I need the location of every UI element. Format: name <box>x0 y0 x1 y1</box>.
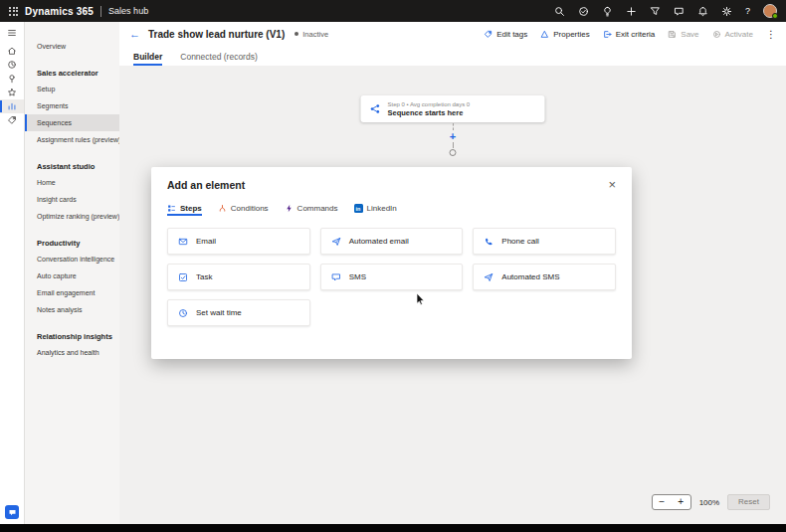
dialog-tabs: Steps Conditions Commands in LinkedI <box>167 204 616 216</box>
edit-tags-button[interactable]: Edit tags <box>484 30 527 39</box>
sidebar-item-overview[interactable]: Overview <box>25 38 119 55</box>
brand[interactable]: Dynamics 365 <box>25 6 94 17</box>
quick-create-plus-icon[interactable] <box>626 6 637 17</box>
sidebar-item-sequences[interactable]: Sequences <box>25 114 119 131</box>
close-icon[interactable]: × <box>608 179 616 190</box>
email-icon <box>178 237 188 247</box>
tab-conditions-label: Conditions <box>231 204 269 213</box>
overflow-menu-icon[interactable]: ⋮ <box>766 29 776 40</box>
status-badge: Inactive <box>302 30 328 39</box>
back-arrow-icon[interactable]: ← <box>129 28 140 40</box>
sidebar-item-analytics-and-health[interactable]: Analytics and health <box>25 344 119 361</box>
sidebar-item-segments[interactable]: Segments <box>25 97 119 114</box>
element-card-set-wait-time[interactable]: Set wait time <box>167 299 310 326</box>
zoom-in-button[interactable]: + <box>672 495 690 509</box>
element-card-task[interactable]: Task <box>167 264 310 290</box>
filter-icon[interactable] <box>650 6 661 17</box>
menu-icon[interactable] <box>0 26 24 40</box>
connector-line-top <box>453 123 454 130</box>
zoom-level: 100% <box>699 498 719 507</box>
home-icon[interactable] <box>0 44 24 58</box>
tab-linkedin[interactable]: in LinkedIn <box>354 204 397 216</box>
tag-icon <box>484 30 492 39</box>
add-step-plus-icon[interactable]: + <box>450 130 456 142</box>
page-title: Trade show lead nurture (V1) <box>148 29 285 40</box>
app-launcher-icon[interactable] <box>9 7 18 16</box>
connector-line-bottom <box>453 142 454 148</box>
linkedin-icon: in <box>354 204 363 213</box>
sidebar-item-notes-analysis[interactable]: Notes analysis <box>25 301 119 318</box>
element-card-automated-email[interactable]: Automated email <box>320 228 464 255</box>
element-card-label: Automated email <box>349 237 409 246</box>
properties-button[interactable]: Properties <box>540 30 589 39</box>
tags-icon[interactable] <box>0 113 24 127</box>
tab-steps[interactable]: Steps <box>167 204 202 216</box>
tab-commands-label: Commands <box>297 204 338 213</box>
properties-label: Properties <box>553 30 589 39</box>
recent-clock-icon[interactable] <box>0 58 24 72</box>
search-icon[interactable] <box>554 6 565 17</box>
sidebar-item-conversation-intelligence[interactable]: Conversation intelligence <box>25 251 119 267</box>
tab-connected-records[interactable]: Connected (records) <box>180 52 257 66</box>
main-area: ← Trade show lead nurture (V1) Inactive … <box>119 22 786 524</box>
node-meta: Step 0 • Avg completion days 0 <box>388 101 471 107</box>
avatar[interactable] <box>763 4 777 18</box>
check-circle-icon[interactable] <box>578 6 589 17</box>
tab-builder[interactable]: Builder <box>133 52 162 66</box>
topbar-right: ? <box>554 4 777 18</box>
element-card-automated-sms[interactable]: Automated SMS <box>473 264 616 290</box>
sidebar-item-auto-capture[interactable]: Auto capture <box>25 267 119 284</box>
sidebar-item-setup[interactable]: Setup <box>25 81 119 97</box>
sidebar-item-email-engagement[interactable]: Email engagement <box>25 284 119 301</box>
save-button[interactable]: Save <box>668 30 698 39</box>
app-name[interactable]: Sales hub <box>108 6 148 16</box>
sequence-node-icon <box>370 100 381 118</box>
activate-label: Activate <box>725 30 753 39</box>
tab-bar: Builder Connected (records) <box>119 46 786 66</box>
sms-icon <box>331 272 341 282</box>
zoom-out-button[interactable]: − <box>653 495 672 509</box>
phone-icon <box>484 237 493 247</box>
help-widget-icon[interactable] <box>5 505 19 519</box>
save-label: Save <box>681 30 698 39</box>
brand-divider <box>100 6 101 17</box>
pinned-pin-icon[interactable] <box>0 72 24 86</box>
gear-icon[interactable] <box>721 6 732 17</box>
sequence-canvas[interactable]: Step 0 • Avg completion days 0 Sequence … <box>119 66 786 524</box>
help-icon[interactable]: ? <box>745 6 750 16</box>
chat-icon[interactable] <box>674 6 685 17</box>
sidebar-item-home[interactable]: Home <box>25 174 119 191</box>
favorites-star-icon[interactable] <box>0 86 24 99</box>
sales-accelerator-chart-icon[interactable] <box>0 99 24 113</box>
element-card-label: Automated SMS <box>501 272 559 281</box>
automated-email-icon <box>331 237 341 247</box>
tab-conditions[interactable]: Conditions <box>218 204 269 216</box>
conditions-icon <box>218 204 227 213</box>
zoom-box: − + <box>652 494 691 510</box>
activate-button[interactable]: Activate <box>712 30 753 39</box>
element-card-phone-call[interactable]: Phone call <box>473 228 616 255</box>
element-card-sms[interactable]: SMS <box>320 264 464 290</box>
zoom-reset-button[interactable]: Reset <box>727 494 770 510</box>
exit-criteria-icon <box>603 30 612 39</box>
sidebar-header-sales-accelerator: Sales accelerator <box>25 66 119 81</box>
sitemap: Overview Sales accelerator Setup Segment… <box>25 22 119 524</box>
element-card-label: Phone call <box>501 237 538 246</box>
activate-icon <box>712 30 721 39</box>
task-icon <box>178 272 188 282</box>
wait-time-icon <box>178 308 188 318</box>
sidebar-item-insight-cards[interactable]: Insight cards <box>25 191 119 208</box>
sequence-start-node[interactable]: Step 0 • Avg completion days 0 Sequence … <box>361 95 545 122</box>
element-card-email[interactable]: Email <box>167 228 310 255</box>
lightbulb-icon[interactable] <box>602 6 613 17</box>
sidebar-item-optimize-ranking[interactable]: Optimize ranking (preview) <box>25 208 119 225</box>
topbar: Dynamics 365 Sales hub ? <box>0 0 786 22</box>
tab-commands[interactable]: Commands <box>285 204 338 216</box>
notifications-icon[interactable] <box>697 6 708 17</box>
dialog-header: Add an element × <box>167 179 616 191</box>
exit-criteria-button[interactable]: Exit criteria <box>603 30 656 39</box>
automated-sms-icon <box>484 272 493 282</box>
element-card-label: Task <box>196 272 212 281</box>
sidebar-item-assignment-rules[interactable]: Assignment rules (preview) <box>25 131 119 148</box>
zoom-controls: − + 100% Reset <box>652 494 770 510</box>
